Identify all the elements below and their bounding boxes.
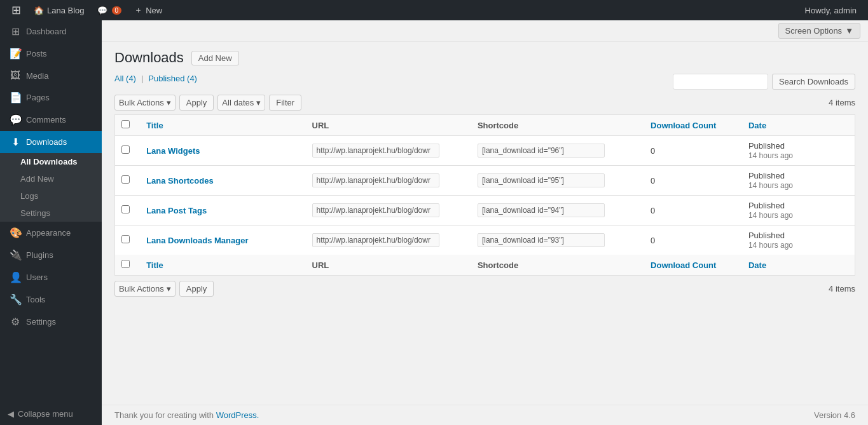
bottom-tablenav: Bulk Actions ▾ Apply 4 items [114, 281, 855, 297]
col-header-checkbox [115, 115, 141, 136]
new-label: New [146, 6, 162, 15]
submenu-item-add-new[interactable]: Add New [0, 170, 102, 187]
wp-logo-icon: ⊞ [11, 3, 21, 17]
row-checkbox-95[interactable] [121, 175, 130, 184]
row-checkbox-cell [115, 196, 141, 226]
row-url-cell: http://wp.lanaprojekt.hu/blog/dowr [306, 166, 471, 196]
sidebar-item-tools[interactable]: 🔧 Tools [0, 288, 102, 311]
col-download-count-footer-link[interactable]: Download Count [651, 260, 716, 270]
search-input[interactable] [673, 74, 768, 90]
appearance-icon: 🎨 [10, 227, 21, 239]
comments-item[interactable]: 💬 0 [91, 0, 128, 20]
tablenav-left-bottom: Bulk Actions ▾ Apply [114, 281, 214, 297]
row-status: Published [748, 171, 785, 180]
col-header-title: Title [140, 115, 305, 136]
sidebar-item-comments[interactable]: 💬 Comments [0, 109, 102, 131]
col-footer-url: URL [306, 255, 471, 276]
row-title-link[interactable]: Lana Downloads Manager [146, 236, 248, 245]
sidebar: ⊞ Dashboard 📝 Posts 🖼 Media 📄 Pages 💬 Co… [0, 20, 102, 425]
row-url-value: http://wp.lanaprojekt.hu/blog/dowr [312, 233, 439, 247]
add-new-button[interactable]: Add New [191, 51, 239, 65]
search-downloads-button[interactable]: Search Downloads [772, 74, 855, 90]
sidebar-item-label: Comments [26, 115, 66, 125]
row-title-cell: Lana Downloads Manager [140, 226, 305, 255]
row-checkbox-cell [115, 166, 141, 196]
row-shortcode-cell: [lana_download id="96"] [471, 136, 644, 166]
bulk-actions-bottom-select[interactable]: Bulk Actions ▾ [114, 281, 176, 297]
media-icon: 🖼 [10, 70, 21, 81]
site-name: Lana Blog [47, 6, 85, 15]
filter-all-link[interactable]: All (4) [114, 74, 136, 83]
sidebar-item-label: Users [26, 273, 48, 282]
filter-button[interactable]: Filter [269, 95, 301, 111]
admin-bar: ⊞ 🏠 Lana Blog 💬 0 ＋ New Howdy, admin [0, 0, 868, 20]
apply-top-button[interactable]: Apply [179, 95, 214, 111]
wordpress-link[interactable]: WordPress. [216, 410, 259, 420]
row-url-value: http://wp.lanaprojekt.hu/blog/dowr [312, 173, 439, 187]
screen-options-button[interactable]: Screen Options ▼ [778, 23, 860, 39]
sidebar-item-pages[interactable]: 📄 Pages [0, 86, 102, 109]
footer-credit: Thank you for creating with WordPress. [114, 410, 259, 420]
sidebar-item-label: Pages [26, 93, 50, 102]
sidebar-item-downloads[interactable]: ⬇ Downloads [0, 131, 102, 153]
sidebar-item-plugins[interactable]: 🔌 Plugins [0, 244, 102, 266]
row-title-link[interactable]: Lana Widgets [146, 146, 200, 156]
comments-bubble-icon: 💬 [10, 114, 21, 126]
sidebar-item-posts[interactable]: 📝 Posts [0, 43, 102, 65]
posts-icon: 📝 [10, 48, 21, 60]
row-checkbox-93[interactable] [121, 235, 130, 243]
row-checkbox-94[interactable] [121, 205, 130, 213]
row-title-link[interactable]: Lana Shortcodes [146, 176, 213, 186]
new-item[interactable]: ＋ New [128, 0, 169, 20]
select-all-checkbox-top[interactable] [121, 120, 130, 128]
row-title-link[interactable]: Lana Post Tags [146, 206, 207, 215]
row-status: Published [748, 231, 785, 240]
col-title-footer-link[interactable]: Title [146, 260, 163, 270]
tools-icon: 🔧 [10, 293, 21, 306]
row-url-value: http://wp.lanaprojekt.hu/blog/dowr [312, 144, 439, 158]
row-count-value: 0 [651, 146, 655, 156]
sidebar-item-dashboard[interactable]: ⊞ Dashboard [0, 20, 102, 43]
row-checkbox-96[interactable] [121, 145, 130, 154]
col-date-link[interactable]: Date [748, 121, 766, 130]
date-filter-select[interactable]: All dates ▾ [217, 95, 265, 111]
row-count-cell: 0 [644, 196, 742, 226]
users-icon: 👤 [10, 271, 21, 283]
submenu-item-settings[interactable]: Settings [0, 205, 102, 222]
table-row: Lana Widgets http://wp.lanaprojekt.hu/bl… [115, 136, 855, 166]
bulk-actions-top-select[interactable]: Bulk Actions ▾ [114, 95, 176, 111]
row-date-cell: Published 14 hours ago [742, 196, 855, 226]
filter-published-link[interactable]: Published (4) [148, 74, 197, 83]
col-footer-download-count: Download Count [644, 255, 742, 276]
select-all-checkbox-bottom[interactable] [121, 260, 130, 268]
sidebar-item-users[interactable]: 👤 Users [0, 266, 102, 288]
submenu-item-logs[interactable]: Logs [0, 187, 102, 205]
row-shortcode-value: [lana_download id="93"] [478, 233, 605, 247]
site-name-item[interactable]: 🏠 Lana Blog [27, 0, 91, 20]
col-header-download-count: Download Count [644, 115, 742, 136]
plus-icon: ＋ [134, 4, 142, 16]
dashboard-icon: ⊞ [10, 25, 21, 37]
pages-icon: 📄 [10, 91, 21, 104]
row-date-ago: 14 hours ago [748, 211, 793, 220]
downloads-submenu: All Downloads Add New Logs Settings [0, 153, 102, 222]
download-icon: ⬇ [10, 136, 21, 148]
submenu-item-all-downloads[interactable]: All Downloads [0, 153, 102, 170]
sidebar-item-settings[interactable]: ⚙ Settings [0, 311, 102, 333]
screen-options-bar: Screen Options ▼ [102, 20, 868, 42]
sidebar-item-media[interactable]: 🖼 Media [0, 65, 102, 86]
collapse-menu[interactable]: ◀ Collapse menu [0, 403, 102, 425]
col-date-footer-link[interactable]: Date [748, 260, 766, 270]
main-content: Screen Options ▼ Downloads Add New All (… [102, 20, 868, 425]
sidebar-item-appearance[interactable]: 🎨 Appearance [0, 222, 102, 244]
col-title-link[interactable]: Title [146, 121, 163, 130]
sidebar-item-label: Plugins [26, 250, 53, 260]
col-download-count-link[interactable]: Download Count [651, 121, 716, 130]
wp-logo-item[interactable]: ⊞ [5, 0, 27, 20]
col-footer-checkbox [115, 255, 141, 276]
apply-bottom-button[interactable]: Apply [179, 281, 214, 297]
row-status: Published [748, 201, 785, 210]
top-tablenav: Bulk Actions ▾ Apply All dates ▾ Filter … [114, 95, 855, 111]
comment-count: 0 [112, 6, 122, 15]
col-header-date: Date [742, 115, 855, 136]
